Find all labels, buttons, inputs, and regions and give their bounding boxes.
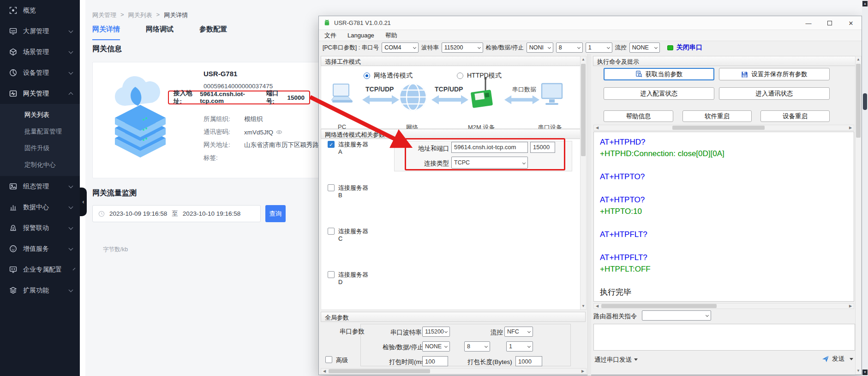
g-stopbits-select[interactable]: 1 (506, 341, 533, 352)
server-a-checkbox[interactable]: ✓ (328, 141, 335, 148)
software-restart-button[interactable]: 软件重启 (682, 110, 752, 122)
sidebar-collapse-handle[interactable]: ‹ (80, 188, 87, 216)
log-line (600, 217, 848, 229)
menu-file[interactable]: 文件 (324, 31, 336, 40)
date-range-picker[interactable]: 2023-10-09 19:16:58 至 2023-10-10 19:16:5… (92, 205, 261, 222)
command-area-scrollbar[interactable]: ◀▶ (593, 125, 854, 131)
sidebar-item-overview[interactable]: 概览 (0, 0, 80, 21)
sidebar-item-gateway-mgmt[interactable]: 网关管理 (0, 83, 80, 104)
usr-g781-setup-window: USR-G781 V1.0.0.21 — ✕ 文件 Language 帮助 [P… (318, 16, 862, 375)
send-button[interactable]: 发送 (822, 355, 853, 363)
breadcrumb-gateway-list[interactable]: 网关列表 (128, 11, 152, 19)
chevron-down-icon (69, 204, 73, 209)
save-all-params-button[interactable]: 设置并保存所有参数 (719, 68, 830, 80)
breadcrumb-gateway-mgmt[interactable]: 网关管理 (92, 11, 116, 19)
sidebar-item-data-center[interactable]: 数据中心 (0, 197, 80, 218)
stopbits-select[interactable]: 1 (586, 42, 612, 53)
sidebar-item-value-added[interactable]: 增值服务 (0, 238, 80, 259)
parity-select[interactable]: NONI (527, 42, 553, 53)
sidebar-item-hmi-mgmt[interactable]: 组态管理 (0, 176, 80, 197)
date-from[interactable]: 2023-10-09 19:16:58 (109, 210, 167, 217)
chevron-down-icon (706, 314, 709, 317)
field-value: 山东省济南市历下区颖秀路 (244, 141, 319, 149)
baud-select[interactable]: 115200 (442, 42, 483, 53)
packtime-input[interactable]: 100 (422, 356, 448, 366)
tab-gateway-detail[interactable]: 网关详情 (92, 25, 120, 40)
chevron-down-icon (577, 46, 581, 49)
left-panel-vertical-scrollbar[interactable]: ▲ ▼ (580, 56, 587, 310)
triangle-down-icon (850, 358, 853, 360)
tab-param-config[interactable]: 参数配置 (199, 25, 227, 40)
maximize-button[interactable] (819, 16, 840, 30)
get-params-button[interactable]: 获取当前参数 (604, 68, 714, 80)
log-horizontal-scrollbar[interactable]: ◀▶ (593, 303, 854, 309)
show-password-eye-icon[interactable] (276, 129, 282, 135)
advanced-checkbox[interactable] (325, 356, 332, 363)
sidebar-item-label: 网关管理 (23, 90, 49, 98)
g-parity-select[interactable]: NONE (422, 341, 450, 352)
packtime-label: 打包时间(ms) (389, 358, 426, 366)
submenu-item-customization[interactable]: 定制化中心 (0, 157, 80, 173)
right-panel-vertical-scrollbar[interactable]: ▲ ▼ (855, 56, 862, 375)
field-label: 标签: (204, 154, 244, 162)
minimize-button[interactable]: — (798, 16, 819, 30)
at-log[interactable]: AT+HTPHD?+HTPHD:Connection: close[0D][0A… (593, 132, 854, 302)
flow-select[interactable]: NONE (629, 42, 660, 53)
scrollbar-thumb[interactable] (863, 93, 867, 110)
tcp-udp-label-2: TCP/UDP (435, 85, 463, 93)
send-via-serial-dropdown[interactable]: 通过串口发送 (594, 356, 638, 364)
m2m-device-icon (470, 77, 494, 110)
scroll-up-arrow-icon[interactable]: ▲ (862, 1, 868, 6)
menu-language[interactable]: Language (347, 32, 374, 39)
server-d-checkbox[interactable] (328, 271, 335, 278)
radio-transparent-mode[interactable]: 网络透传模式 (364, 72, 413, 80)
date-to[interactable]: 2023-10-10 19:16:58 (183, 210, 240, 217)
menu-help[interactable]: 帮助 (385, 31, 397, 40)
sidebar-item-enterprise-config[interactable]: 企业专属配置 (0, 259, 80, 280)
traffic-monitor-title: 网关流量监测 (92, 188, 137, 198)
enter-config-state-button[interactable]: 进入配置状态 (604, 87, 714, 100)
databits-select[interactable]: 8 (556, 42, 583, 53)
g-flow-select[interactable]: NFC (504, 327, 533, 337)
chevron-down-icon (444, 330, 448, 333)
sidebar-item-device-mgmt[interactable]: 设备管理 (0, 62, 80, 83)
window-titlebar[interactable]: USR-G781 V1.0.0.21 — ✕ (319, 16, 862, 30)
chevron-down-icon (548, 46, 551, 49)
server-b-checkbox[interactable] (328, 184, 335, 191)
sidebar-item-screen-mgmt[interactable]: 大屏管理 (0, 21, 80, 42)
server-c-checkbox[interactable] (328, 228, 335, 235)
log-line (600, 159, 848, 171)
submenu-item-gateway-list[interactable]: 网关列表 (0, 107, 80, 123)
sidebar-item-scene-mgmt[interactable]: 场景管理 (0, 42, 80, 62)
chevron-down-icon (69, 183, 73, 188)
g-databits-select[interactable]: 8 (464, 341, 490, 352)
submenu-item-firmware-upgrade[interactable]: 固件升级 (0, 140, 80, 157)
tab-network-debug[interactable]: 网络调试 (146, 25, 174, 40)
com-port-select[interactable]: COM4 (382, 42, 419, 53)
scroll-down-arrow-icon[interactable]: ▼ (862, 370, 868, 375)
window-title: USR-G781 V1.0.0.21 (334, 19, 391, 26)
enter-comm-state-button[interactable]: 进入通讯状态 (719, 87, 830, 100)
close-button[interactable]: ✕ (840, 16, 862, 30)
sidebar-item-extensions[interactable]: 扩展功能 (0, 280, 80, 301)
panel-splitter[interactable] (587, 54, 591, 376)
field-value: 根组织 (244, 115, 263, 123)
baud-label: 波特率 (421, 44, 439, 52)
send-buffer-input[interactable] (593, 324, 855, 351)
router-command-select[interactable] (642, 310, 711, 321)
g-baud-select[interactable]: 115200 (422, 327, 450, 337)
overview-icon (9, 6, 17, 14)
left-panel-horizontal-scrollbar[interactable]: ◀▶ (321, 368, 587, 374)
packlen-input[interactable]: 1000 (515, 356, 542, 366)
submenu-item-batch-config[interactable]: 批量配置管理 (0, 123, 80, 140)
query-button[interactable]: 查询 (265, 205, 286, 222)
help-info-button[interactable]: 帮助信息 (604, 110, 673, 122)
log-line: +HTPTO:10 (600, 206, 848, 217)
browser-scrollbar[interactable]: ▲ ▼ (862, 0, 868, 376)
sidebar-item-label: 场景管理 (23, 48, 49, 56)
device-restart-button[interactable]: 设备重启 (760, 110, 830, 122)
sidebar-item-alarm-linkage[interactable]: 报警联动 (0, 218, 80, 238)
close-serial-port-button[interactable]: 关闭串口 (667, 43, 702, 52)
device-name: USR-G781 (204, 70, 237, 78)
log-line (600, 182, 848, 194)
